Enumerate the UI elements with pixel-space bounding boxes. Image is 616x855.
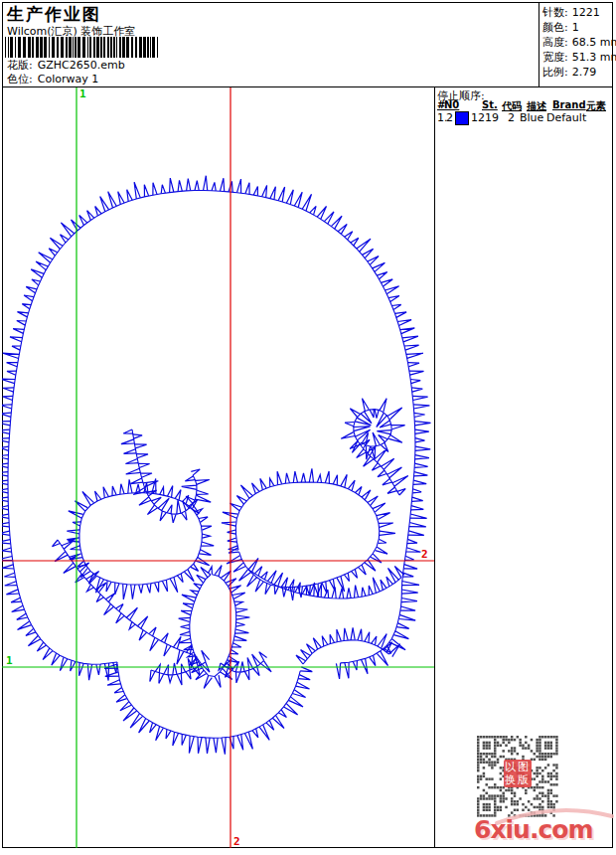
col-stitches: St. bbox=[482, 99, 498, 110]
page-title: 生产作业图 bbox=[7, 3, 101, 26]
colorway-label: 色位: bbox=[7, 73, 33, 86]
cell-description: Blue bbox=[520, 111, 543, 124]
stat-scale: 比例:2.79 bbox=[542, 65, 616, 80]
guide-label: 2 bbox=[233, 835, 240, 848]
cell-stitches: 1219 bbox=[471, 111, 499, 124]
cell-needle: 2 bbox=[446, 111, 453, 124]
stitch-spikes-right-eye bbox=[222, 468, 395, 600]
pattern-value: GZHC2650.emb bbox=[38, 59, 125, 72]
pattern-label: 花版: bbox=[7, 59, 33, 72]
guide-label: 1 bbox=[79, 87, 86, 100]
cell-code: 2 bbox=[508, 111, 515, 124]
guide-label: 2 bbox=[421, 548, 428, 561]
colorway-field: 色位:Colorway 1 bbox=[7, 72, 98, 86]
color-swatch bbox=[455, 111, 469, 125]
production-worksheet: 生产作业图 Wilcom(汇京) 装饰工作室 花版:GZHC2650.emb 色… bbox=[0, 0, 616, 855]
stitch-spikes-left-cheekbone bbox=[53, 540, 198, 669]
stitch-spikes-cheekbone-right bbox=[248, 558, 404, 598]
stitch-run-left-eye bbox=[79, 493, 202, 585]
stitch-run-cheekbone-right bbox=[248, 570, 401, 598]
stitch-run-left-cheekbone bbox=[58, 540, 193, 655]
stats-divider bbox=[539, 2, 539, 86]
col-needle: N0 bbox=[444, 99, 459, 110]
red-stamp: 以图换版 bbox=[504, 760, 532, 787]
stitch-spikes-brow-curl bbox=[341, 399, 408, 495]
pattern-field: 花版:GZHC2650.emb bbox=[7, 58, 125, 73]
design-stats: 针数:1221 颜色:1 高度:68.5 mm 宽度:51.3 mm 比例:2.… bbox=[542, 5, 616, 80]
stitch-spikes-outer-outline bbox=[2, 176, 430, 681]
watermark-site: 6xiu.com bbox=[474, 815, 592, 844]
colorway-value: Colorway 1 bbox=[38, 73, 98, 86]
stitch-spikes-left-eye bbox=[67, 478, 214, 599]
stat-stitches: 针数:1221 bbox=[542, 5, 616, 20]
design-canvas: 1221 bbox=[2, 87, 434, 848]
col-element: 元素 bbox=[586, 99, 606, 113]
col-brand: Brand bbox=[552, 99, 586, 110]
stitch-spikes-teeth-left bbox=[150, 650, 210, 685]
stat-width: 宽度:51.3 mm bbox=[542, 50, 616, 65]
stat-colors: 颜色:1 bbox=[542, 20, 616, 35]
cell-brand: Default bbox=[546, 111, 586, 124]
stop-sequence-panel: 停止顺序: # N0 St. 代码 描述 Brand 元素 1. 2 1219 … bbox=[435, 87, 614, 847]
guide-label: 1 bbox=[6, 654, 13, 667]
barcode bbox=[4, 37, 161, 58]
stat-height: 高度:68.5 mm bbox=[542, 35, 616, 50]
